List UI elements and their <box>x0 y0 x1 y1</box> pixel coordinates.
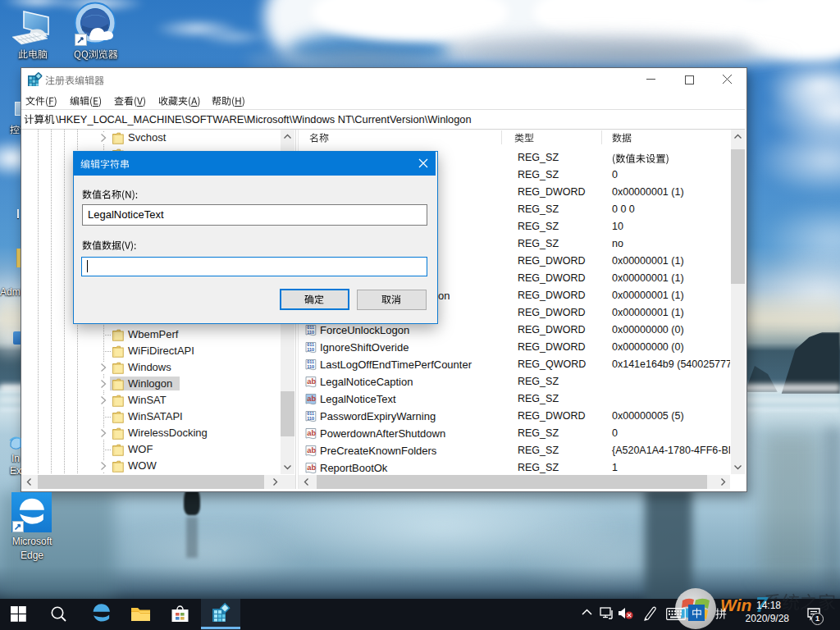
svg-text:ab: ab <box>307 394 316 403</box>
svg-text:110: 110 <box>307 416 314 421</box>
svg-text:ab: ab <box>307 428 316 437</box>
svg-text:110: 110 <box>307 330 314 335</box>
svg-text:ab: ab <box>307 377 316 386</box>
svg-text:ab: ab <box>307 445 316 454</box>
svg-text:110: 110 <box>307 364 314 369</box>
svg-text:110: 110 <box>307 347 314 352</box>
svg-text:ab: ab <box>307 463 316 472</box>
